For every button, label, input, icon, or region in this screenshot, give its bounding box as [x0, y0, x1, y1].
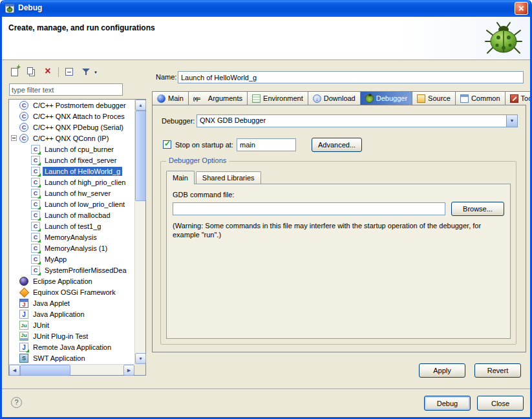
scroll-right-icon[interactable]: [123, 365, 134, 376]
environment-tab-icon: [252, 94, 261, 103]
name-input[interactable]: [178, 71, 524, 83]
tree-item-label: Launch of cpu_burner: [43, 145, 116, 154]
delete-icon: [43, 67, 52, 76]
tree-item-label: SystemProfilerMissedDea: [43, 266, 129, 275]
c-launch-icon: [31, 167, 40, 176]
tree-item-label: MyApp: [43, 255, 69, 264]
tree-viewport: C/C++ Postmortem debugger C/C++ QNX Atta…: [9, 100, 134, 364]
tree-item[interactable]: Launch of test1_g: [9, 220, 134, 231]
tree-item[interactable]: MemoryAnalysis (1): [9, 242, 134, 253]
debugger-tab-icon: [365, 94, 374, 103]
tab-arguments[interactable]: Arguments: [188, 91, 247, 105]
tree-item[interactable]: C/C++ QNX Attach to Proces: [9, 111, 134, 122]
name-label: Name:: [156, 73, 176, 81]
browse-button[interactable]: Browse...: [451, 202, 504, 216]
duplicate-button[interactable]: [25, 66, 37, 78]
tree-item[interactable]: Java Application: [9, 308, 134, 319]
tree-item[interactable]: MyApp: [9, 253, 134, 264]
debug-button[interactable]: Debug: [424, 396, 471, 411]
c-launch-icon: [31, 266, 40, 275]
debugger-combobox-value: QNX GDB Debugger: [197, 115, 506, 127]
tree-item[interactable]: C/C++ QNX QConn (IP): [9, 133, 134, 144]
tab-common[interactable]: Common: [455, 91, 505, 105]
tree-item[interactable]: Eclipse Application: [9, 275, 134, 286]
stop-on-startup-checkbox[interactable]: [163, 140, 171, 149]
collapse-all-button[interactable]: [63, 66, 76, 78]
scroll-left-icon[interactable]: [9, 365, 20, 376]
dropdown-arrow-icon[interactable]: [506, 115, 517, 127]
arguments-tab-icon: [193, 94, 206, 103]
tree-item[interactable]: C/C++ Postmortem debugger: [9, 100, 134, 111]
tree-item-label: MemoryAnalysis: [43, 233, 99, 242]
tree-item-label: Launch of high_prio_clien: [43, 178, 127, 187]
filter-button[interactable]: [80, 66, 92, 78]
advanced-button[interactable]: Advanced...: [312, 138, 362, 152]
apply-button[interactable]: Apply: [419, 363, 465, 378]
close-button[interactable]: [515, 2, 528, 15]
tab-download[interactable]: Download: [308, 91, 360, 105]
main-tab-icon: [157, 94, 165, 103]
scroll-down-icon[interactable]: [135, 353, 146, 364]
tab-tools[interactable]: Tools: [505, 91, 532, 105]
horizontal-scrollbar[interactable]: [9, 364, 134, 375]
tree-item[interactable]: Remote Java Application: [9, 341, 134, 352]
tree-item[interactable]: Launch of cpu_burner: [9, 144, 134, 155]
tree-expander-icon[interactable]: [11, 135, 17, 141]
tree-item[interactable]: SWT Application: [9, 352, 134, 363]
tree-item-label: C/C++ QNX QConn (IP): [31, 134, 111, 143]
tree-item[interactable]: Launch of low_prio_client: [9, 199, 134, 210]
c-launch-icon: [31, 233, 40, 242]
tab-label: Download: [324, 94, 356, 102]
tab-environment[interactable]: Environment: [247, 91, 308, 105]
tree-item[interactable]: Launch of high_prio_clien: [9, 177, 134, 188]
collapse-all-icon: [65, 68, 73, 76]
tab-main[interactable]: Main: [152, 91, 188, 105]
vertical-scrollbar-thumb[interactable]: [135, 111, 146, 201]
tree-item[interactable]: Launch of fixed_server: [9, 155, 134, 166]
tree-item-selected[interactable]: Launch of HelloWorld_g: [9, 166, 134, 177]
gdb-command-file-input[interactable]: [173, 202, 445, 215]
warning-text: (Warning: Some commands in this file may…: [173, 221, 506, 239]
tree-item[interactable]: Java Applet: [9, 297, 134, 308]
tab-debugger[interactable]: Debugger: [360, 91, 412, 105]
delete-button[interactable]: [41, 66, 54, 78]
tab-label: Source: [428, 94, 451, 102]
horizontal-scrollbar-thumb[interactable]: [20, 365, 70, 376]
tree-item-label: Java Applet: [31, 299, 72, 308]
titlebar[interactable]: Debug: [0, 0, 532, 17]
scroll-up-icon[interactable]: [135, 100, 146, 111]
tab-source[interactable]: Source: [412, 91, 455, 105]
tab-options-shared-libraries[interactable]: Shared Libraries: [196, 171, 261, 184]
dialog-body: C/C++ Postmortem debugger C/C++ QNX Atta…: [2, 60, 530, 389]
dialog-footer: ? Debug Close: [2, 389, 530, 417]
close-dialog-button[interactable]: Close: [477, 396, 524, 411]
java-applet-icon: [19, 299, 28, 308]
tab-label: Shared Libraries: [202, 174, 255, 182]
tree-item[interactable]: Equinox OSGi Framework: [9, 286, 134, 297]
tree-item[interactable]: MemoryAnalysis: [9, 231, 134, 242]
tab-label: Debugger: [376, 94, 407, 102]
duplicate-icon: [27, 67, 33, 74]
tree-item[interactable]: Launch of mallocbad: [9, 210, 134, 220]
tab-options-main[interactable]: Main: [166, 171, 195, 184]
window-icon: [5, 3, 15, 14]
revert-button[interactable]: Revert: [474, 363, 521, 378]
tree-item[interactable]: C/C++ QNX PDebug (Serial): [9, 122, 134, 133]
help-icon[interactable]: ?: [11, 397, 22, 408]
tree-item-label: MemoryAnalysis (1): [43, 244, 109, 253]
tree-item[interactable]: JUnit Plug-in Test: [9, 330, 134, 341]
download-tab-icon: [313, 94, 321, 103]
tree-item[interactable]: Launch of hw_server: [9, 188, 134, 199]
vertical-scrollbar[interactable]: [134, 100, 145, 364]
tools-tab-icon: [510, 94, 518, 103]
debugger-combobox[interactable]: QNX GDB Debugger: [197, 114, 518, 127]
junit-plugin-icon: [19, 332, 28, 341]
tree-item-label: Eclipse Application: [31, 277, 94, 286]
c-launch-icon: [31, 145, 40, 154]
tree-item[interactable]: JUnit: [9, 319, 134, 330]
tree-item[interactable]: SystemProfilerMissedDea: [9, 264, 134, 275]
dropdown-arrow-icon[interactable]: [94, 70, 98, 74]
stop-location-input[interactable]: [237, 138, 296, 151]
new-configuration-button[interactable]: [8, 66, 21, 78]
filter-input[interactable]: [9, 83, 123, 96]
